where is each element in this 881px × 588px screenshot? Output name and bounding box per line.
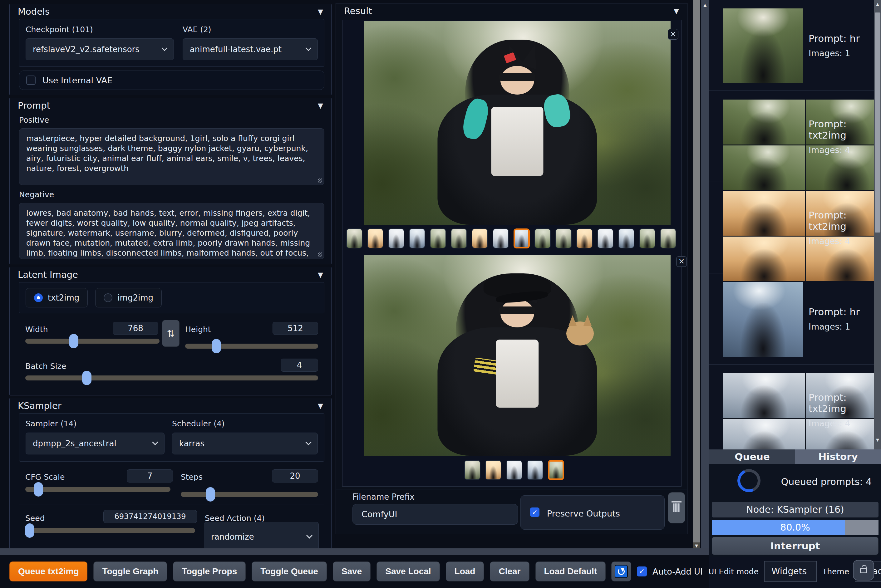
close-icon[interactable]: × (668, 29, 678, 40)
right-scrollbar-thumb[interactable] (875, 12, 880, 232)
gallery-thumbnail[interactable] (660, 228, 676, 248)
middle-scrollbar-thumb[interactable] (693, 0, 700, 542)
collapse-triangle-icon[interactable]: ▼ (318, 402, 323, 410)
vae-select[interactable]: animefull-latest.vae.pt (183, 38, 318, 60)
gallery-thumbnail[interactable] (464, 460, 480, 480)
scheduler-select[interactable]: karras (172, 433, 318, 454)
gallery-thumbnail[interactable] (555, 228, 572, 248)
seed-action-select[interactable]: randomize (204, 522, 319, 548)
save-button[interactable]: Save (333, 561, 371, 582)
gallery-thumbnail[interactable] (409, 228, 425, 248)
load-default-button[interactable]: Load Default (536, 561, 606, 582)
gallery-thumbnail-selected[interactable] (548, 460, 564, 480)
save-local-button[interactable]: Save Local (377, 561, 440, 582)
gallery-thumbnail[interactable] (388, 228, 404, 248)
height-input[interactable]: 512 (273, 322, 318, 335)
use-internal-vae-row[interactable]: Use Internal VAE (19, 70, 324, 90)
steps-slider-handle[interactable] (206, 487, 215, 501)
checkpoint-select[interactable]: refslaveV2_v2.safetensors (26, 38, 174, 60)
toggle-graph-button[interactable]: Toggle Graph (93, 561, 167, 582)
gallery-thumbnail[interactable] (451, 228, 467, 248)
gallery-thumbnail[interactable] (430, 228, 446, 248)
interrupt-button[interactable]: Interrupt (712, 537, 878, 555)
models-header[interactable]: Models ▼ (10, 4, 331, 19)
history-thumbnail[interactable] (723, 8, 803, 83)
filename-prefix-input[interactable]: ComfyUI (353, 504, 518, 525)
steps-slider[interactable] (181, 492, 318, 497)
generated-image-1[interactable] (364, 21, 671, 225)
gallery-thumbnail[interactable] (506, 460, 522, 480)
negative-prompt-textarea[interactable]: lowres, bad anatomy, bad hands, text, er… (19, 203, 324, 259)
gallery-thumbnail-selected[interactable] (513, 228, 530, 248)
gallery-thumbnail[interactable] (639, 228, 655, 248)
latent-image-header[interactable]: Latent Image ▼ (10, 267, 331, 282)
scroll-up-icon[interactable]: ▲ (701, 3, 709, 8)
widgets-select[interactable]: Widgets (764, 561, 817, 582)
gallery-thumbnail[interactable] (367, 228, 383, 248)
gallery-thumbnail[interactable] (472, 228, 488, 248)
preserve-outputs-card[interactable]: ✓ Preserve Outputs (521, 495, 665, 530)
refresh-button[interactable] (611, 561, 631, 582)
horizontal-scrollbar[interactable] (0, 548, 709, 555)
scroll-up-icon[interactable]: ▲ (874, 2, 881, 6)
history-thumbnail[interactable] (723, 191, 805, 236)
use-internal-vae-checkbox[interactable] (26, 75, 36, 85)
outer-scrollbar-track[interactable]: ▲ (701, 0, 709, 555)
gallery-thumbnail[interactable] (597, 228, 614, 248)
collapse-triangle-icon[interactable]: ▼ (318, 271, 323, 279)
cfg-scale-slider-handle[interactable] (34, 482, 43, 496)
gallery-thumbnail[interactable] (527, 460, 543, 480)
clear-button[interactable]: Clear (490, 561, 529, 582)
mode-txt2img[interactable]: txt2img (26, 288, 88, 308)
height-slider[interactable] (185, 344, 318, 349)
history-item[interactable]: Prompt: txt2imgImages: 4 (709, 91, 874, 182)
swap-dimensions-button[interactable]: ⇅ (162, 320, 180, 347)
seed-slider[interactable] (25, 528, 195, 533)
generated-image-2[interactable] (364, 255, 671, 456)
cfg-scale-input[interactable]: 7 (127, 470, 173, 483)
preserve-outputs-checkbox[interactable]: ✓ (530, 507, 539, 517)
history-thumbnail[interactable] (723, 99, 805, 144)
history-item[interactable]: Prompt: txt2imgImages: 4 (709, 182, 874, 273)
steps-input[interactable]: 20 (272, 470, 318, 483)
history-item[interactable]: Prompt: hrImages: 1 (709, 0, 874, 91)
gallery-thumbnail[interactable] (485, 460, 501, 480)
lock-button[interactable] (853, 560, 874, 580)
gallery-thumbnail[interactable] (618, 228, 634, 248)
result-header[interactable]: Result ▼ (336, 3, 687, 18)
tab-queue[interactable]: Queue (709, 449, 795, 464)
seed-slider-handle[interactable] (25, 524, 35, 538)
gallery-thumbnail[interactable] (346, 228, 362, 248)
batch-size-input[interactable]: 4 (281, 358, 318, 372)
close-icon[interactable]: × (676, 256, 687, 267)
positive-prompt-textarea[interactable]: masterpiece, hyper detailed background, … (19, 128, 324, 185)
delete-outputs-button[interactable] (668, 492, 685, 524)
ksampler-header[interactable]: KSampler ▼ (10, 398, 331, 413)
history-item[interactable]: Prompt: txt2imgImages: 4 (709, 364, 874, 449)
mode-img2img[interactable]: img2img (95, 288, 162, 308)
gallery-thumbnail[interactable] (534, 228, 551, 248)
gallery-thumbnail[interactable] (493, 228, 509, 248)
width-slider[interactable] (25, 339, 159, 344)
auto-add-ui-checkbox[interactable]: ✓ (637, 567, 647, 576)
batch-size-slider[interactable] (25, 375, 318, 381)
width-input[interactable]: 768 (113, 322, 158, 335)
scroll-down-icon[interactable]: ▼ (874, 438, 881, 442)
sampler-select[interactable]: dpmpp_2s_ancestral (26, 433, 165, 454)
load-button[interactable]: Load (446, 561, 484, 582)
history-thumbnail[interactable] (723, 419, 805, 450)
collapse-triangle-icon[interactable]: ▼ (318, 102, 323, 110)
batch-size-slider-handle[interactable] (82, 371, 92, 385)
gallery-thumbnail[interactable] (576, 228, 593, 248)
collapse-triangle-icon[interactable]: ▼ (674, 7, 679, 15)
history-thumbnail[interactable] (723, 282, 803, 357)
history-item[interactable]: Prompt: hrImages: 1 (709, 273, 874, 364)
tab-history[interactable]: History (795, 449, 881, 464)
collapse-triangle-icon[interactable]: ▼ (318, 8, 323, 16)
height-slider-handle[interactable] (212, 339, 221, 353)
right-scrollbar[interactable]: ▲ ▼ (874, 0, 881, 449)
toggle-queue-button[interactable]: Toggle Queue (252, 561, 327, 582)
width-slider-handle[interactable] (69, 334, 78, 348)
toggle-props-button[interactable]: Toggle Props (173, 561, 246, 582)
seed-input[interactable]: 693741274019139 (104, 510, 197, 523)
